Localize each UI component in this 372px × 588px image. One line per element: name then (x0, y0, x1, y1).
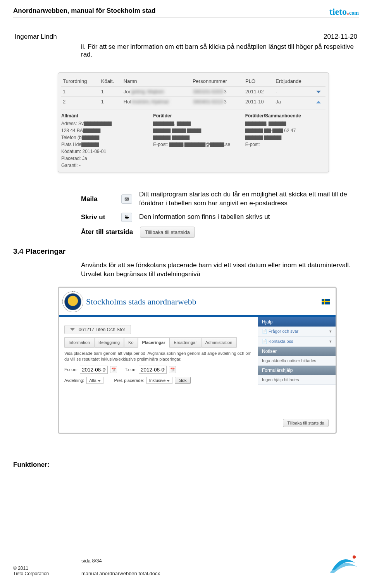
tab-administration[interactable]: Administration (201, 337, 237, 347)
ater-label: Åter till startsida (81, 228, 133, 236)
cell-turordning: 1 (61, 87, 100, 97)
funktioner-heading: Funktioner: (13, 461, 359, 469)
stockholm-crest-icon (64, 293, 81, 310)
tab-placeringar[interactable]: Placeringar (138, 337, 170, 347)
th-namn[interactable]: Namn (122, 76, 191, 87)
table-row[interactable]: 2 1 Holmström, Hjalmar 080401-02133 2011… (61, 97, 326, 107)
logo-tieto: tieto (329, 7, 347, 17)
detail-line: 128 44 BA▇▇▇▇▇ (61, 127, 141, 134)
link-kontakta-oss[interactable]: 📄 Kontakta oss▾ (258, 337, 336, 347)
detail-line: E-post: (245, 141, 326, 148)
collapse-row-icon[interactable] (316, 101, 321, 103)
prel-select[interactable]: Inklusive (146, 377, 173, 384)
footer-corp: Tieto Corporation (13, 571, 71, 576)
avdelning-select[interactable]: Alla (86, 377, 103, 384)
expand-row-icon[interactable] (316, 91, 321, 93)
calendar-icon[interactable]: 📅 (110, 366, 117, 373)
detail-line: ▇▇▇▇▇▇, ▇▇▇▇▇ (245, 120, 326, 127)
footer-filename: manual anordnarwebben total.docx (81, 571, 160, 576)
to-label: T.o.m: (125, 367, 136, 372)
section-placeringar-text: Används för att se förskolans placerade … (13, 261, 359, 279)
back-to-start-button[interactable]: Tillbaka till startsida (283, 419, 329, 427)
panel-header-notiser: Notiser (258, 347, 336, 356)
print-icon[interactable]: 🖶 (121, 213, 132, 222)
cell-pnr: 080101-02033 (191, 87, 244, 97)
detail-line: Placerad: Ja (61, 155, 141, 162)
footer-copyright: © 2011 (13, 566, 71, 571)
avdelning-label: Avdelning: (64, 378, 84, 383)
prel-label: Prel. placerade: (114, 378, 144, 383)
cell-namn: Holmström, Hjalmar (122, 97, 191, 107)
section-heading-placeringar: 3.4 Placeringar (13, 247, 359, 256)
from-label: Fr.o.m: (64, 367, 78, 372)
back-to-start-button[interactable]: Tilllbaka till startsida (140, 227, 195, 238)
detail-allmant-header: Allmänt (61, 112, 141, 119)
cell-erbjud: Ja (274, 97, 315, 107)
intro-text: För att se mer information om ett barn s… (81, 43, 354, 58)
tab-information[interactable]: Information (64, 337, 94, 347)
chevron-down-icon (167, 380, 170, 382)
panel-header-formular: Formulärshjälp (258, 366, 336, 375)
doc-title: Anordnarwebben, manual för Stockholm sta… (13, 7, 155, 15)
th-plo[interactable]: PLÖ (244, 76, 274, 87)
th-turordning[interactable]: Turordning (61, 76, 100, 87)
svg-point-0 (353, 555, 356, 559)
detail-line: Telefon (b▇▇▇▇▇ (61, 134, 141, 141)
detail-sammanboende-header: Förälder/Sammanboende (245, 112, 326, 119)
to-date-input[interactable] (139, 366, 167, 374)
tieto-logo: tieto.com (329, 7, 359, 16)
link-fragor-svar[interactable]: 📄 Frågor och svar▾ (258, 327, 336, 337)
screenshot-anordnarwebb: Stockholms stads anordnarwebb 061217 Lit… (58, 287, 337, 434)
cell-koalt: 1 (100, 97, 122, 107)
footer-page: sida 8/34 (81, 558, 160, 564)
th-personnummer[interactable]: Personnummer (191, 76, 244, 87)
maila-label: Maila (81, 195, 114, 203)
detail-line: Adress: Sv▇▇▇▇▇▇▇▇ (61, 120, 141, 127)
skriv-desc: Den information som finns i tabellen skr… (139, 213, 359, 222)
detail-line: ▇▇▇▇▇ ▇▇▇▇▇ (245, 134, 326, 141)
table-row[interactable]: 1 1 Jorgeling, Majken 080101-02033 2011-… (61, 87, 326, 97)
detail-line: Plats i ide▇▇▇▇▇ (61, 141, 141, 148)
th-koalt[interactable]: Köalt. (100, 76, 122, 87)
detail-foralder-header: Förälder (153, 112, 233, 119)
author: Ingemar Lindh (15, 33, 57, 41)
tab-belaggning[interactable]: Beläggning (94, 337, 124, 347)
calendar-icon[interactable]: 📅 (169, 366, 176, 373)
sweden-flag-icon[interactable] (322, 299, 330, 304)
from-date-input[interactable] (80, 366, 108, 374)
intro-num: ii. (81, 43, 86, 50)
skriv-label: Skriv ut (81, 213, 114, 221)
unit-name: 061217 Liten Och Stor (79, 327, 125, 332)
detail-line: ▇▇▇▇▇ ▇▇-▇▇▇ 62 47 (245, 127, 326, 134)
detail-line: ▇▇▇▇▇ ▇▇▇▇ ▇▇▇▇ (153, 127, 233, 134)
app-title: Stockholms stads anordnarwebb (86, 297, 196, 307)
chevron-down-icon (98, 380, 101, 382)
date: 2012-11-20 (324, 33, 357, 41)
screenshot-queue-table: Turordning Köalt. Namn Personnummer PLÖ … (58, 72, 329, 172)
detail-line: E-post: ▇▇▇▇.▇▇▇▇▇▇@▇▇▇▇.se (153, 141, 233, 148)
maila-desc: Ditt mailprogram startas och du får en m… (139, 190, 359, 208)
notiser-text: Inga aktuella notiser hittades (258, 356, 336, 366)
cell-namn: Jorgeling, Majken (122, 87, 191, 97)
tieto-mark-icon (324, 549, 359, 576)
panel-header-hjalp: Hjälp (258, 317, 336, 327)
detail-line: ▇▇▇▇▇ ▇▇▇▇▇ (153, 134, 233, 141)
mail-icon[interactable]: ✉ (121, 194, 132, 204)
row-detail: Allmänt Adress: Sv▇▇▇▇▇▇▇▇ 128 44 BA▇▇▇▇… (61, 110, 326, 169)
tab-ersattningar[interactable]: Ersättningar (169, 337, 201, 347)
search-button[interactable]: Sök (175, 377, 191, 384)
chevron-down-icon (70, 328, 75, 331)
footer-left: © 2011 Tieto Corporation (13, 563, 71, 576)
cell-plo: 2011-10 (244, 97, 274, 107)
logo-com: com (349, 10, 359, 16)
th-erbjudande[interactable]: Erbjudande (274, 76, 315, 87)
cell-pnr: 080401-02133 (191, 97, 244, 107)
detail-line: Garanti: - (61, 162, 141, 169)
queue-table: Turordning Köalt. Namn Personnummer PLÖ … (61, 76, 326, 107)
formular-text: Ingen hjälp hittades (258, 375, 336, 385)
unit-selector[interactable]: 061217 Liten Och Stor (64, 325, 131, 334)
detail-line: Ködatum: 2011-09-01 (61, 148, 141, 155)
tab-ko[interactable]: Kö (124, 337, 138, 347)
cell-turordning: 2 (61, 97, 100, 107)
cell-erbjud: - (274, 87, 315, 97)
